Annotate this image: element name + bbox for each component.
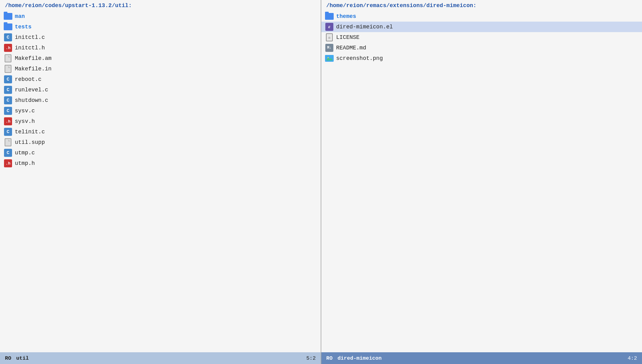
h-file-icon: .h (2, 159, 14, 168)
c-file-icon: C (2, 107, 14, 115)
right-status-pane: RO dired-mimeicon 4:2 (321, 352, 642, 364)
h-icon: .h (4, 117, 12, 125)
c-icon: C (4, 96, 12, 104)
file-name-readme-md: README.md (336, 45, 366, 51)
c-file-icon: C (2, 128, 14, 136)
license-file-icon: ⚖ (324, 33, 335, 42)
c-file-icon: C (2, 33, 14, 42)
file-name-man: man (15, 13, 25, 19)
license-icon: ⚖ (326, 33, 333, 41)
generic-icon (5, 138, 11, 146)
c-icon: C (4, 33, 12, 41)
right-status-ro: RO (326, 355, 332, 361)
md-icon: M↓ (325, 44, 333, 52)
left-pane: /home/reion/codes/upstart-1.13.2/util: m… (0, 0, 321, 352)
left-file-list: man tests C initctl.c .h (0, 11, 321, 352)
generic-icon (5, 54, 11, 62)
file-name-shutdown-c: shutdown.c (15, 97, 48, 103)
c-icon: C (4, 128, 12, 136)
file-name-dired-mimeicon-el: dired-mimeicon.el (336, 24, 393, 30)
list-item[interactable]: C reboot.c (0, 74, 321, 85)
file-name-initctl-h: initctl.h (15, 45, 45, 51)
left-status-name: util (16, 355, 29, 361)
file-name-runlevel-c: runlevel.c (15, 87, 48, 93)
c-file-icon: C (2, 149, 14, 157)
generic-file-icon (2, 54, 14, 63)
list-item[interactable]: Makefile.in (0, 64, 321, 74)
png-icon (325, 55, 334, 62)
file-name-sysv-h: sysv.h (15, 118, 35, 124)
status-bar: RO util 5:2 RO dired-mimeicon 4:2 (0, 352, 642, 364)
folder-icon (324, 12, 335, 21)
h-file-icon: .h (2, 117, 14, 126)
c-icon: C (4, 86, 12, 94)
file-name-screenshot-png: screenshot.png (336, 55, 383, 61)
generic-icon (5, 65, 11, 73)
c-icon: C (4, 107, 12, 115)
file-name-reboot-c: reboot.c (15, 76, 41, 82)
h-icon: .h (4, 159, 12, 167)
file-name-util-supp: util.supp (15, 139, 45, 145)
left-status-pane: RO util 5:2 (0, 352, 321, 364)
file-name-utmp-h: utmp.h (15, 160, 35, 166)
list-item[interactable]: Makefile.am (0, 53, 321, 64)
list-item[interactable]: .h sysv.h (0, 116, 321, 127)
c-icon: C (4, 75, 12, 83)
file-name-makefile-am: Makefile.am (15, 55, 52, 61)
file-name-sysv-c: sysv.c (15, 108, 35, 114)
list-item[interactable]: themes (321, 11, 642, 22)
folder-icon (2, 12, 14, 21)
left-status-ro: RO (5, 355, 11, 361)
generic-file-icon (2, 138, 14, 147)
list-item[interactable]: ⚖ LICENSE (321, 32, 642, 43)
h-file-icon: .h (2, 44, 14, 52)
png-file-icon (324, 54, 335, 63)
file-name-tests: tests (15, 24, 32, 30)
el-icon: ε (325, 23, 333, 31)
list-item[interactable]: .h utmp.h (0, 158, 321, 169)
right-status-pos: 4:2 (627, 355, 637, 361)
c-file-icon: C (2, 86, 14, 94)
h-icon: .h (4, 44, 12, 52)
list-item[interactable]: tests (0, 22, 321, 32)
md-file-icon: M↓ (324, 44, 335, 52)
right-file-list: themes ε dired-mimeicon.el ⚖ LICENSE M↓ (321, 11, 642, 352)
list-item[interactable]: C shutdown.c (0, 95, 321, 106)
list-item[interactable]: .h initctl.h (0, 43, 321, 53)
c-icon: C (4, 149, 12, 157)
list-item[interactable]: C sysv.c (0, 106, 321, 116)
generic-file-icon (2, 65, 14, 73)
list-item[interactable]: util.supp (0, 137, 321, 148)
left-status-pos: 5:2 (306, 355, 316, 361)
list-item[interactable]: M↓ README.md (321, 43, 642, 53)
list-item[interactable]: ε dired-mimeicon.el (321, 22, 642, 32)
file-name-makefile-in: Makefile.in (15, 66, 52, 72)
c-file-icon: C (2, 96, 14, 105)
right-status-name: dired-mimeicon (337, 355, 382, 361)
list-item[interactable]: man (0, 11, 321, 22)
list-item[interactable]: C runlevel.c (0, 85, 321, 95)
list-item[interactable]: C telinit.c (0, 127, 321, 137)
file-name-telinit-c: telinit.c (15, 129, 45, 135)
list-item[interactable]: C utmp.c (0, 148, 321, 158)
c-file-icon: C (2, 75, 14, 84)
right-pane: /home/reion/remacs/extensions/dired-mime… (321, 0, 642, 352)
el-file-icon: ε (324, 23, 335, 31)
main-area: /home/reion/codes/upstart-1.13.2/util: m… (0, 0, 642, 352)
file-name-themes: themes (336, 13, 356, 19)
file-name-license: LICENSE (336, 34, 360, 40)
right-pane-header: /home/reion/remacs/extensions/dired-mime… (321, 0, 642, 11)
list-item[interactable]: C initctl.c (0, 32, 321, 43)
file-name-initctl-c: initctl.c (15, 34, 45, 40)
file-name-utmp-c: utmp.c (15, 150, 35, 156)
list-item[interactable]: screenshot.png (321, 53, 642, 64)
left-pane-header: /home/reion/codes/upstart-1.13.2/util: (0, 0, 321, 11)
folder-icon (2, 23, 14, 31)
